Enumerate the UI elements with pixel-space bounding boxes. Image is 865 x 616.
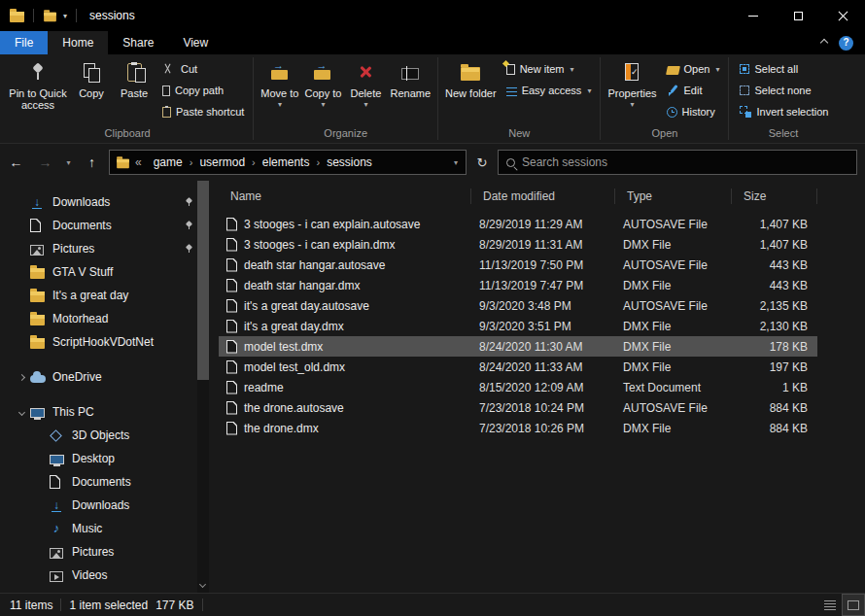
- sidebar-item-motorhead[interactable]: Motorhead: [0, 307, 209, 330]
- sidebar-item-gta-v-stuff[interactable]: GTA V Stuff: [0, 260, 209, 284]
- details-view-button[interactable]: [818, 594, 842, 616]
- breadcrumb-overflow-icon[interactable]: «: [133, 155, 144, 169]
- sidebar-item-videos[interactable]: Videos: [0, 564, 209, 587]
- pin-to-quick-access-button[interactable]: Pin to Quick access: [6, 55, 70, 111]
- up-button[interactable]: ↑: [80, 151, 104, 174]
- address-bar[interactable]: « game›usermod›elements›sessions ▾: [109, 150, 467, 175]
- scrollbar-thumb[interactable]: [197, 181, 209, 380]
- edit-button[interactable]: Edit: [662, 80, 725, 101]
- tab-file[interactable]: File: [0, 31, 48, 54]
- move-to-button[interactable]: Move to ▾: [258, 55, 301, 109]
- sidebar-scrollbar[interactable]: [197, 181, 209, 593]
- copy-to-button[interactable]: Copy to ▾: [301, 55, 344, 109]
- open-button[interactable]: Open ▾: [662, 58, 725, 80]
- file-modified: 7/23/2018 10:26 PM: [471, 422, 615, 435]
- folder-icon[interactable]: [44, 12, 56, 20]
- paste-shortcut-icon: [162, 107, 171, 118]
- table-row[interactable]: 3 stooges - i can explain.autosave8/29/2…: [219, 214, 817, 234]
- paste-shortcut-button[interactable]: Paste shortcut: [157, 101, 249, 122]
- sidebar-item-pictures[interactable]: Pictures: [0, 237, 209, 260]
- properties-button[interactable]: Properties ▾: [605, 55, 659, 109]
- chevron-down-icon: ▾: [363, 100, 367, 109]
- table-row[interactable]: model test.dmx8/24/2020 11:30 AMDMX File…: [219, 336, 817, 357]
- file-name-cell: model test_old.dmx: [219, 360, 471, 374]
- history-button[interactable]: History: [662, 101, 725, 122]
- close-button[interactable]: [820, 0, 865, 31]
- copy-button[interactable]: Copy: [70, 55, 113, 99]
- new-folder-icon: [461, 67, 480, 81]
- tab-view[interactable]: View: [168, 31, 223, 54]
- help-icon[interactable]: [839, 36, 853, 51]
- cut-button[interactable]: Cut: [157, 58, 249, 80]
- breadcrumb-item-game[interactable]: game: [147, 155, 190, 169]
- folder-icon: [117, 158, 129, 167]
- table-row[interactable]: death star hangar.dmx11/13/2019 7:47 PMD…: [219, 275, 817, 295]
- table-row[interactable]: it's a great day.autosave9/3/2020 3:48 P…: [219, 295, 817, 316]
- document-icon: [50, 475, 72, 489]
- sidebar-item-music[interactable]: Music: [0, 517, 209, 540]
- forward-button[interactable]: →: [33, 151, 57, 174]
- cube-icon: [50, 431, 72, 440]
- column-header-name[interactable]: Name: [219, 188, 471, 204]
- maximize-icon: [794, 12, 803, 20]
- sidebar-item-this-pc[interactable]: This PC: [0, 400, 209, 424]
- sidebar-item-scripthookvdotnet[interactable]: ScriptHookVDotNet: [0, 330, 209, 354]
- table-row[interactable]: death star hangar.autosave11/13/2019 7:5…: [219, 255, 817, 275]
- rename-button[interactable]: Rename: [387, 55, 433, 99]
- sidebar-item-it-s-a-great-day[interactable]: It's a great day: [0, 284, 209, 307]
- table-row[interactable]: the drone.dmx7/23/2018 10:26 PMDMX File8…: [219, 418, 817, 438]
- sidebar-item-3d-objects[interactable]: 3D Objects: [0, 424, 209, 447]
- divider: [728, 57, 729, 140]
- delete-button[interactable]: Delete ▾: [344, 55, 387, 109]
- selection-size: 177 KB: [156, 599, 193, 612]
- column-header-size[interactable]: Size: [732, 188, 817, 204]
- thumbnails-view-button[interactable]: [842, 594, 865, 616]
- invert-selection-button[interactable]: Invert selection: [735, 101, 833, 122]
- sidebar-item-onedrive[interactable]: OneDrive: [0, 365, 209, 389]
- pin-icon: [29, 62, 47, 82]
- column-header-date-modified[interactable]: Date modified: [471, 188, 615, 204]
- maximize-button[interactable]: [776, 0, 820, 31]
- table-row[interactable]: the drone.autosave7/23/2018 10:24 PMAUTO…: [219, 397, 817, 418]
- sidebar-item-documents[interactable]: Documents: [0, 470, 209, 494]
- collapse-ribbon-icon[interactable]: [820, 39, 828, 47]
- search-input[interactable]: [522, 155, 848, 169]
- copy-path-button[interactable]: Copy path: [157, 80, 249, 101]
- new-item-button[interactable]: New item ▾: [502, 58, 597, 80]
- back-button[interactable]: ←: [4, 151, 28, 174]
- table-row[interactable]: it's a great day.dmx9/3/2020 3:51 PMDMX …: [219, 316, 817, 336]
- address-dropdown-icon[interactable]: ▾: [452, 158, 460, 167]
- breadcrumb-item-sessions[interactable]: sessions: [320, 155, 379, 169]
- recent-locations-button[interactable]: ▾: [62, 151, 75, 174]
- chevron-down-icon: ▾: [715, 65, 719, 74]
- file-name-cell: model test.dmx: [219, 340, 471, 354]
- chevron-down-icon[interactable]: ▾: [63, 12, 67, 20]
- refresh-button[interactable]: ↻: [471, 150, 493, 175]
- pin-icon: [185, 221, 193, 230]
- easy-access-button[interactable]: Easy access ▾: [502, 80, 597, 101]
- tab-share[interactable]: Share: [108, 31, 168, 54]
- file-name-cell: death star hangar.dmx: [219, 279, 471, 292]
- sidebar-item-downloads[interactable]: Downloads: [0, 494, 209, 517]
- table-row[interactable]: 3 stooges - i can explain.dmx8/29/2019 1…: [219, 234, 817, 255]
- sidebar-item-pictures[interactable]: Pictures: [0, 540, 209, 564]
- breadcrumb-item-elements[interactable]: elements: [256, 155, 317, 169]
- computer-icon: [30, 407, 52, 418]
- paste-button[interactable]: Paste: [113, 55, 156, 99]
- sidebar-item-documents[interactable]: Documents: [0, 214, 209, 237]
- select-all-button[interactable]: Select all: [735, 58, 833, 80]
- button-label: Edit: [684, 85, 703, 96]
- new-folder-button[interactable]: New folder: [442, 55, 500, 99]
- breadcrumb-item-usermod[interactable]: usermod: [192, 155, 252, 169]
- table-row[interactable]: readme8/15/2020 12:09 AMText Document1 K…: [219, 377, 817, 397]
- scrollbar-down-icon[interactable]: [199, 581, 206, 588]
- tab-home[interactable]: Home: [48, 31, 108, 54]
- select-none-button[interactable]: Select none: [735, 80, 833, 101]
- column-header-type[interactable]: Type: [615, 188, 732, 204]
- minimize-button[interactable]: [731, 0, 776, 31]
- sidebar-item-local-disk-c[interactable]: Local Disk (C:): [0, 587, 209, 593]
- file-icon: [226, 258, 237, 272]
- sidebar-item-downloads[interactable]: Downloads: [0, 190, 209, 214]
- sidebar-item-desktop[interactable]: Desktop: [0, 447, 209, 470]
- table-row[interactable]: model test_old.dmx8/24/2020 11:33 AMDMX …: [219, 357, 817, 377]
